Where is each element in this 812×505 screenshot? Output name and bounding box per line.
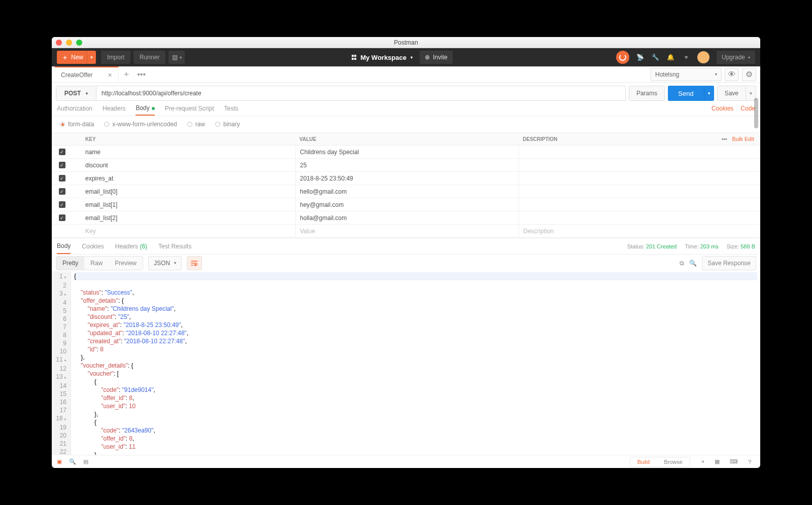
shortcuts-icon[interactable]: ⌨ — [730, 458, 738, 465]
params-button[interactable]: Params — [629, 86, 665, 101]
kv-empty-row[interactable]: Key Value Description — [52, 225, 760, 238]
find-icon[interactable]: 🔍 — [69, 458, 76, 465]
save-button[interactable]: Save — [717, 86, 746, 101]
table-row[interactable]: ✓ expires_at 2018-8-25 23:50:49 — [52, 172, 760, 185]
kv-desc[interactable] — [519, 172, 760, 185]
kv-value[interactable]: holla@gmail.com — [295, 211, 519, 224]
checkbox[interactable]: ✓ — [59, 188, 65, 195]
kv-desc[interactable] — [519, 185, 760, 198]
checkbox[interactable]: ✓ — [59, 214, 65, 221]
request-tab[interactable]: CreateOffer × — [55, 66, 119, 82]
tab-authorization[interactable]: Authorization — [57, 102, 92, 115]
radio-raw[interactable]: raw — [187, 121, 205, 128]
close-icon[interactable]: × — [108, 71, 112, 79]
radio-urlencoded[interactable]: x-www-form-urlencoded — [104, 121, 177, 128]
kv-value[interactable]: 2018-8-25 23:50:49 — [295, 172, 519, 185]
help-icon[interactable]: ? — [748, 459, 751, 465]
kv-value[interactable]: hey@gmail.com — [295, 198, 519, 211]
kv-desc[interactable] — [519, 211, 760, 224]
new-dropdown[interactable]: ▼ — [87, 51, 96, 64]
send-dropdown[interactable]: ▼ — [704, 86, 714, 101]
workspace-selector[interactable]: My Workspace ▾ — [352, 54, 413, 61]
sidebar-toggle-icon[interactable]: ▣ — [57, 458, 62, 465]
resp-tab-body[interactable]: Body — [57, 239, 71, 254]
tab-body[interactable]: Body — [136, 101, 154, 116]
bulk-edit-link[interactable]: Bulk Edit — [732, 136, 754, 142]
bootcamp-icon[interactable]: ⌖ — [701, 458, 704, 465]
runner-button[interactable]: Runner — [133, 51, 165, 64]
save-response-button[interactable]: Save Response — [702, 256, 756, 270]
add-tab-button[interactable]: ＋ — [119, 66, 134, 82]
send-button[interactable]: Send — [668, 86, 703, 101]
user-avatar[interactable] — [697, 51, 709, 63]
kv-value-placeholder[interactable]: Value — [295, 225, 519, 237]
kv-key[interactable]: discount — [72, 162, 295, 169]
checkbox[interactable]: ✓ — [59, 149, 65, 155]
kv-key[interactable]: email_list[0] — [72, 188, 295, 195]
code-body[interactable]: { "status": "Success", "offer_details": … — [71, 271, 760, 455]
kv-desc-placeholder[interactable]: Description — [519, 225, 760, 237]
wrench-icon[interactable]: 🔧 — [652, 53, 660, 61]
table-row[interactable]: ✓ email_list[0] hello@gmail.com — [52, 185, 760, 198]
method-selector[interactable]: POST ▾ — [56, 86, 96, 101]
mode-browse[interactable]: Browse — [657, 457, 690, 466]
view-preview[interactable]: Preview — [109, 257, 143, 270]
table-row[interactable]: ✓ discount 25 — [52, 159, 760, 172]
scrollbar[interactable] — [754, 98, 758, 128]
resp-tab-tests[interactable]: Test Results — [158, 243, 191, 250]
checkbox[interactable]: ✓ — [59, 201, 65, 208]
wrap-icon[interactable] — [187, 256, 202, 270]
resp-tab-cookies[interactable]: Cookies — [82, 243, 104, 250]
invite-button[interactable]: ⊕ Invite — [420, 51, 453, 64]
kv-desc[interactable] — [519, 159, 760, 171]
cookies-link[interactable]: Cookies — [712, 105, 733, 112]
more-icon[interactable]: ••• — [722, 136, 727, 142]
table-row[interactable]: ✓ email_list[1] hey@gmail.com — [52, 198, 760, 211]
kv-value[interactable]: hello@gmail.com — [295, 185, 519, 198]
tab-headers[interactable]: Headers — [103, 102, 125, 115]
view-pretty[interactable]: Pretty — [56, 257, 84, 270]
kv-key[interactable]: name — [72, 149, 295, 156]
tab-tests[interactable]: Tests — [224, 102, 238, 115]
satellite-icon[interactable]: 📡 — [636, 53, 645, 61]
kv-key[interactable]: email_list[1] — [72, 201, 295, 208]
kv-value[interactable]: 25 — [295, 159, 519, 171]
copy-icon[interactable]: ⧉ — [680, 260, 684, 267]
kv-desc[interactable] — [519, 146, 760, 158]
sync-icon[interactable] — [616, 51, 629, 64]
radio-binary[interactable]: binary — [215, 121, 240, 128]
tab-prerequest[interactable]: Pre-request Script — [165, 102, 214, 115]
mode-build[interactable]: Build — [630, 457, 657, 466]
search-icon[interactable]: 🔍 — [689, 260, 697, 267]
checkbox[interactable]: ✓ — [59, 175, 65, 182]
environment-preview-icon[interactable]: 👁 — [725, 68, 739, 81]
new-button[interactable]: ＋ New — [57, 51, 88, 64]
kv-key[interactable]: expires_at — [72, 175, 295, 182]
kv-key-placeholder[interactable]: Key — [72, 228, 295, 235]
status-value: 201 Created — [646, 243, 677, 249]
bell-icon[interactable]: 🔔 — [667, 53, 675, 61]
view-raw[interactable]: Raw — [84, 257, 109, 270]
table-row[interactable]: ✓ name Childrens day Special — [52, 146, 760, 159]
import-button[interactable]: Import — [101, 51, 130, 64]
radio-form-data[interactable]: form-data — [60, 121, 94, 128]
code-link[interactable]: Code — [740, 105, 755, 112]
kv-value[interactable]: Childrens day Special — [295, 146, 519, 158]
tab-options-button[interactable]: ••• — [134, 66, 149, 82]
checkbox[interactable]: ✓ — [59, 162, 65, 168]
console-icon[interactable]: ▤ — [83, 458, 88, 465]
upgrade-button[interactable]: Upgrade ▾ — [717, 51, 755, 64]
layout-icon[interactable]: ▦ — [715, 458, 720, 465]
resp-tab-headers[interactable]: Headers (6) — [115, 243, 147, 250]
settings-icon[interactable]: ⚙ — [742, 68, 756, 81]
heart-icon[interactable]: ♥ — [682, 53, 690, 61]
environment-selector[interactable]: Hotelsng ▾ — [651, 68, 722, 81]
kv-desc[interactable] — [519, 198, 760, 211]
format-label: JSON — [154, 260, 170, 267]
table-row[interactable]: ✓ email_list[2] holla@gmail.com — [52, 211, 760, 225]
tab-label: CreateOffer — [61, 71, 92, 79]
window-options-button[interactable]: ▧ ▾ — [168, 51, 185, 64]
url-input[interactable]: http://localhost:9000/api/offers/create — [96, 86, 626, 101]
kv-key[interactable]: email_list[2] — [72, 214, 295, 222]
format-selector[interactable]: JSON ▾ — [148, 256, 182, 270]
